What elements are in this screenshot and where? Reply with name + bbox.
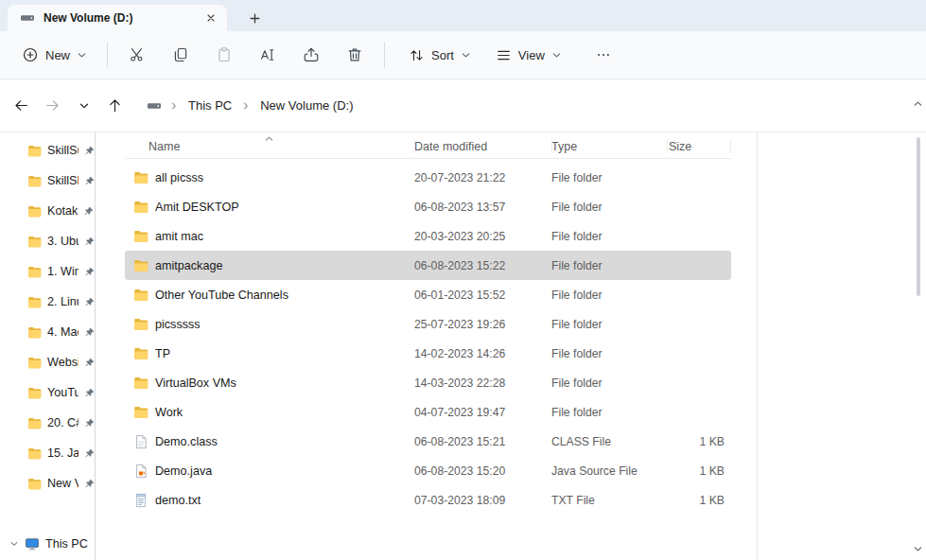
copy-icon — [172, 46, 189, 63]
file-name: demo.txt — [155, 494, 201, 507]
paste-button[interactable] — [204, 38, 244, 72]
sidebar-item[interactable]: SkillSu — [0, 135, 95, 166]
new-tab-button[interactable] — [242, 7, 267, 29]
file-date-modified: 20-03-2023 20:25 — [414, 230, 551, 243]
pin-icon — [84, 358, 95, 368]
share-button[interactable] — [291, 38, 331, 72]
file-row[interactable]: Amit DESKTOP 06-08-2023 13:57 File folde… — [125, 192, 731, 221]
file-name: Other YouTube Channels — [155, 289, 288, 302]
folder-icon — [27, 416, 42, 430]
sort-button[interactable]: Sort — [398, 38, 481, 72]
pin-icon — [84, 297, 95, 307]
sidebar-item-this-pc[interactable]: This PC — [0, 530, 95, 558]
close-tab-icon[interactable] — [201, 9, 220, 27]
file-row[interactable]: TP 14-02-2023 14:26 File folder — [125, 339, 731, 368]
file-type: File folder — [551, 201, 667, 214]
toolbar-divider — [107, 43, 108, 67]
sidebar-item-label: 2. Linu — [47, 295, 79, 308]
chevron-right-icon — [241, 101, 251, 111]
pin-icon — [84, 479, 95, 489]
folder-icon — [27, 477, 42, 491]
file-row[interactable]: Other YouTube Channels 06-01-2023 15:52 … — [125, 280, 731, 309]
file-date-modified: 06-08-2023 15:22 — [414, 259, 551, 272]
chevron-down-icon — [551, 50, 562, 61]
file-row-selected[interactable]: amitpackage 06-08-2023 15:22 File folder — [125, 251, 731, 280]
vertical-scrollbar[interactable] — [911, 92, 925, 558]
scrollbar-thumb[interactable] — [917, 137, 920, 296]
cut-button[interactable] — [117, 38, 157, 72]
file-type: File folder — [551, 347, 667, 360]
sidebar-item[interactable]: 2. Linu — [0, 287, 95, 317]
file-row[interactable]: Demo.class 06-08-2023 15:21 CLASS File 1… — [125, 427, 731, 456]
up-button[interactable] — [99, 91, 131, 121]
file-row[interactable]: Demo.java 06-08-2023 15:20 Java Source F… — [125, 456, 731, 485]
file-type: Java Source File — [551, 464, 667, 478]
more-options-button[interactable] — [584, 38, 623, 72]
sidebar-item[interactable]: Kotak — [0, 196, 95, 226]
scissors-icon — [129, 46, 146, 63]
delete-button[interactable] — [335, 38, 375, 72]
sidebar-item[interactable]: YouTu — [0, 377, 95, 408]
breadcrumb-current[interactable]: New Volume (D:) — [258, 96, 355, 115]
column-header-name[interactable]: Name — [125, 134, 414, 158]
new-button[interactable]: New — [11, 38, 97, 72]
column-header-date-modified[interactable]: Date modified — [414, 134, 551, 158]
breadcrumb-this-pc[interactable]: This PC — [186, 96, 234, 115]
view-icon — [496, 47, 512, 63]
file-row[interactable]: demo.txt 07-03-2023 18:09 TXT File 1 KB — [125, 485, 731, 515]
arrow-right-icon — [44, 97, 61, 114]
folder-icon — [133, 376, 149, 391]
chevron-down-icon — [461, 50, 471, 61]
explorer-tab[interactable]: New Volume (D:) — [8, 5, 227, 31]
scroll-up-icon[interactable] — [913, 98, 923, 109]
file-size: 1 KB — [667, 435, 731, 448]
class-file-icon — [133, 434, 149, 449]
sidebar-item[interactable]: 4. Mac — [0, 317, 95, 347]
file-size: 1 KB — [667, 494, 731, 507]
back-button[interactable] — [6, 91, 37, 121]
sidebar-item[interactable]: New V — [0, 468, 95, 499]
file-date-modified: 06-08-2023 15:21 — [414, 435, 551, 448]
sidebar-item[interactable]: Websi — [0, 347, 95, 377]
sidebar-item[interactable]: 1. Win — [0, 256, 95, 287]
view-button-label: View — [518, 48, 545, 62]
share-icon — [303, 46, 320, 63]
command-bar: New Sort View — [0, 31, 926, 79]
sidebar-item-label: 4. Mac — [47, 325, 79, 339]
rename-button[interactable] — [248, 38, 288, 72]
recent-locations-button[interactable] — [68, 91, 99, 121]
file-row[interactable]: picsssss 25-07-2023 19:26 File folder — [125, 309, 731, 339]
file-type: File folder — [551, 318, 667, 331]
file-name: Amit DESKTOP — [155, 201, 239, 214]
file-size: 1 KB — [667, 464, 731, 478]
folder-icon — [133, 200, 149, 215]
column-header-size[interactable]: Size — [667, 134, 731, 158]
content-area: SkillSu SkillSh Kotak 3. Ubu 1. Win 2. L… — [0, 132, 926, 560]
copy-button[interactable] — [161, 38, 201, 72]
arrow-left-icon — [13, 97, 29, 114]
sidebar-item[interactable]: SkillSh — [0, 166, 95, 196]
sidebar-item[interactable]: 20. C# — [0, 408, 95, 438]
folder-icon — [133, 170, 149, 185]
navigation-bar: This PC New Volume (D:) — [0, 79, 926, 132]
forward-button[interactable] — [37, 91, 68, 121]
file-row[interactable]: VirtualBox VMs 14-03-2023 22:28 File fol… — [125, 368, 731, 397]
folder-icon — [27, 386, 42, 400]
file-name: Work — [155, 406, 183, 419]
file-name: amitpackage — [155, 259, 222, 272]
folder-icon — [133, 317, 149, 332]
tab-bar: New Volume (D:) — [0, 0, 926, 31]
scroll-down-icon[interactable] — [913, 544, 923, 554]
column-header-row: Name Date modified Type Size — [125, 134, 731, 159]
file-row[interactable]: amit mac 20-03-2023 20:25 File folder — [125, 221, 731, 251]
view-button[interactable]: View — [485, 38, 572, 72]
sidebar-item[interactable]: 3. Ubu — [0, 226, 95, 256]
file-date-modified: 07-03-2023 18:09 — [414, 494, 551, 507]
sidebar-item[interactable]: 15. Jav — [0, 438, 95, 468]
file-row[interactable]: Work 04-07-2023 19:47 File folder — [125, 397, 731, 427]
column-header-type[interactable]: Type — [551, 134, 667, 158]
file-row[interactable]: all picsss 20-07-2023 21:22 File folder — [125, 163, 731, 192]
sort-button-label: Sort — [431, 48, 454, 62]
file-date-modified: 20-07-2023 21:22 — [414, 171, 551, 184]
folder-icon — [133, 258, 149, 273]
